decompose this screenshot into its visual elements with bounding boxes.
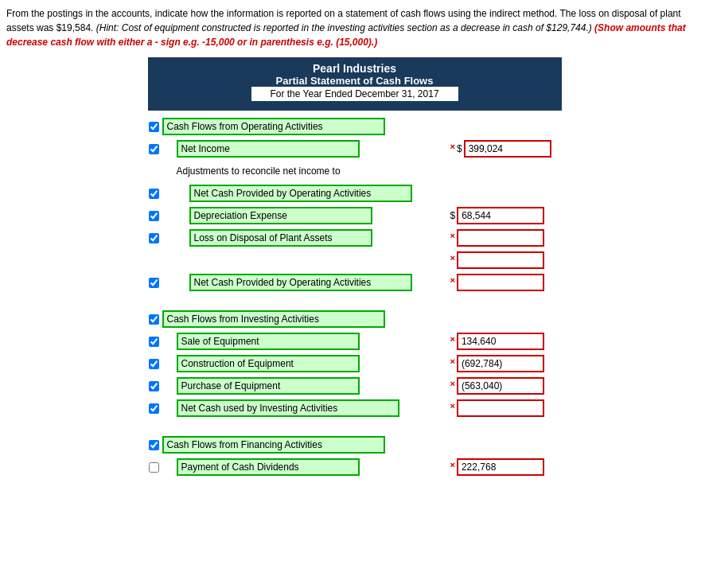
instruction-hint: (Hint: Cost of equipment constructed is … [96, 22, 592, 33]
net-income-amount-input[interactable] [464, 140, 551, 158]
payment-dividends-row: × [148, 458, 562, 477]
company-name: Pearl Industries [156, 62, 554, 75]
purchase-equipment-x: × [450, 379, 455, 388]
content-area: × $ Adjustments to reconcile net income … [148, 111, 562, 483]
sale-equipment-check[interactable] [148, 337, 161, 347]
loss-disposal-amount-input[interactable] [457, 229, 544, 247]
investing-header-row [148, 310, 562, 329]
financing-header-input[interactable] [162, 436, 385, 454]
depreciation-amount-input[interactable] [457, 207, 544, 224]
net-cash-investing-row: × [148, 399, 562, 418]
date-row [156, 87, 554, 106]
operating-header-label-cell [161, 118, 562, 135]
loss-disposal-row: × [148, 228, 562, 247]
payment-dividends-label-cell [161, 458, 442, 476]
construction-equipment-x: × [450, 356, 455, 366]
depreciation-label-cell [161, 207, 442, 224]
purchase-equipment-check[interactable] [148, 381, 161, 391]
net-cash-investing-amount-cell: × [450, 399, 562, 417]
construction-equipment-amount-input[interactable] [457, 355, 544, 372]
net-cash-provided-total-input[interactable] [457, 274, 544, 291]
depreciation-dollar: $ [450, 210, 456, 221]
loss-disposal-input[interactable] [189, 229, 372, 247]
construction-equipment-label-cell [161, 355, 442, 372]
construction-equipment-row: × [148, 354, 562, 373]
payment-dividends-amount-cell: × [450, 458, 562, 476]
purchase-equipment-row: × [148, 376, 562, 395]
construction-equipment-amount-cell: × [450, 355, 562, 372]
purchase-equipment-input[interactable] [177, 377, 360, 395]
net-cash-investing-amount-input[interactable] [457, 399, 544, 417]
statement-title: Partial Statement of Cash Flows [156, 75, 554, 87]
sale-equipment-amount-cell: × [450, 333, 562, 350]
investing-header-check[interactable] [148, 314, 161, 325]
depreciation-check[interactable] [148, 211, 161, 221]
investing-header-input[interactable] [162, 310, 385, 328]
net-income-check[interactable] [148, 144, 161, 154]
net-cash-provided-label-cell [161, 185, 562, 202]
subtotal-amount-cell: × [450, 251, 562, 269]
loss-disposal-amount-cell: × [450, 229, 562, 247]
subtotal-x: × [450, 253, 455, 263]
sale-equipment-amount-input[interactable] [457, 333, 544, 350]
net-cash-provided-amount-input[interactable] [189, 274, 412, 291]
spacer-2 [148, 421, 562, 432]
adjustments-text: Adjustments to reconcile net income to [161, 165, 562, 177]
investing-header-label-cell [161, 310, 562, 328]
payment-dividends-amount-input[interactable] [457, 458, 544, 476]
net-cash-provided-check[interactable] [148, 189, 161, 199]
net-income-dollar: $ [457, 143, 462, 154]
net-cash-provided-total-cell: × [450, 274, 562, 291]
subtotal-row: × [148, 251, 562, 270]
net-cash-provided-amount-row: × [148, 273, 562, 292]
depreciation-row: $ [148, 206, 562, 225]
sale-equipment-label-cell [161, 333, 442, 350]
construction-equipment-check[interactable] [148, 359, 161, 369]
financing-header-check[interactable] [148, 440, 161, 450]
net-income-input[interactable] [177, 140, 360, 158]
depreciation-input[interactable] [189, 207, 372, 224]
date-input[interactable] [251, 87, 458, 101]
operating-header-row [148, 117, 562, 136]
loss-disposal-label-cell [161, 229, 442, 247]
net-cash-investing-label-cell [161, 399, 442, 417]
statement-header: Pearl Industries Partial Statement of Ca… [148, 57, 562, 111]
construction-equipment-input[interactable] [177, 355, 360, 372]
payment-dividends-x: × [450, 460, 455, 469]
sale-equipment-x: × [450, 334, 455, 344]
payment-dividends-check[interactable] [148, 462, 161, 473]
net-cash-provided-amount-check[interactable] [148, 278, 161, 288]
net-cash-provided-input[interactable] [189, 185, 412, 202]
adjustments-text-row: Adjustments to reconcile net income to [148, 162, 562, 181]
purchase-equipment-label-cell [161, 377, 442, 395]
net-income-row: × $ [148, 139, 562, 158]
depreciation-amount-cell: $ [450, 207, 562, 224]
net-cash-investing-input[interactable] [177, 399, 399, 417]
operating-header-input[interactable] [162, 118, 385, 135]
net-cash-provided-amount-label [161, 274, 442, 291]
purchase-equipment-amount-input[interactable] [457, 377, 544, 395]
financing-header-label-cell [161, 436, 562, 454]
instructions-block: From the postings in the accounts, indic… [6, 6, 703, 49]
net-income-x: × [450, 142, 455, 151]
net-cash-investing-check[interactable] [148, 403, 161, 414]
net-income-amount-cell: × $ [450, 140, 562, 158]
statement-container: Pearl Industries Partial Statement of Ca… [148, 57, 562, 483]
net-cash-provided-total-x: × [450, 275, 455, 285]
payment-dividends-input[interactable] [177, 458, 360, 476]
sale-equipment-row: × [148, 332, 562, 351]
financing-header-row [148, 435, 562, 454]
sale-equipment-input[interactable] [177, 333, 360, 350]
subtotal-amount-input[interactable] [457, 251, 544, 269]
spacer-1 [148, 295, 562, 306]
loss-disposal-x: × [450, 231, 455, 240]
loss-disposal-check[interactable] [148, 233, 161, 243]
net-income-label-cell [161, 140, 442, 158]
net-cash-provided-label-row [148, 184, 562, 203]
operating-header-check[interactable] [148, 122, 161, 132]
purchase-equipment-amount-cell: × [450, 377, 562, 395]
net-cash-investing-x: × [450, 401, 455, 411]
